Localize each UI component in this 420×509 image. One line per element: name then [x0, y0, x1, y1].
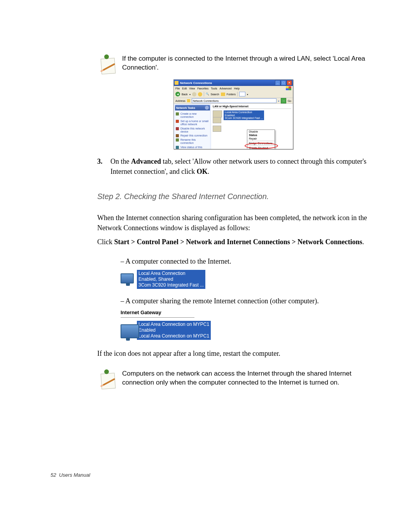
page-number: 52 [51, 472, 56, 478]
content-area: LAN or High-Speed Internet Local Area Co… [211, 104, 293, 149]
back-button-icon[interactable]: ◄ [175, 92, 180, 96]
context-menu: Disable Status Repair Bridge Connections… [247, 129, 275, 149]
connection-thumb[interactable] [213, 126, 221, 132]
note-text: If the computer is connected to the Inte… [122, 54, 369, 75]
go-button-icon[interactable]: → [281, 98, 286, 103]
views-button-icon[interactable] [239, 92, 245, 96]
connection-icon-shared: Local Area Connection Enabled, Shared 3C… [121, 270, 369, 289]
ctx-repair[interactable]: Repair [247, 137, 275, 140]
connection-device: 3Com 3C920 Integrated Fast ... [225, 117, 263, 120]
address-icon [187, 99, 190, 102]
note-text: Computers on the network can access the … [122, 369, 369, 390]
tasks-panel: Network Tasks Create a new connection Se… [174, 104, 211, 149]
toolbar: ◄ Back ▾ 🔍 Search Folders ▾ [174, 91, 293, 98]
menu-advanced[interactable]: Advanced [220, 87, 232, 90]
back-button-label[interactable]: Back [182, 93, 188, 96]
up-button-icon[interactable] [198, 92, 202, 96]
windows-logo-icon [286, 86, 291, 90]
menu-tools[interactable]: Tools [211, 87, 217, 90]
search-label[interactable]: Search [211, 93, 219, 96]
search-icon[interactable]: 🔍 [206, 93, 209, 96]
ctx-bridge[interactable]: Bridge Connections [247, 142, 275, 145]
window-icon [175, 81, 178, 85]
go-button-label[interactable]: Go [288, 100, 291, 102]
task-create-connection[interactable]: Create a new connection [176, 112, 209, 119]
paragraph: When the Internet connection sharing con… [97, 213, 369, 233]
lac-line: 3Com 3C920 Integrated Fast ... [138, 282, 204, 288]
task-setup-network[interactable]: Set up a home or small office network [176, 119, 209, 127]
page-footer: 52 Users Manual [51, 472, 90, 478]
connection-name: Local Area Connection [225, 111, 263, 114]
lac-line: Local Area Connection on MYPC1 [138, 333, 209, 339]
task-repair[interactable]: Repair this connection [176, 134, 209, 138]
ctx-disable[interactable]: Disable [247, 130, 275, 133]
connection-status: Enabled [225, 114, 263, 117]
task-rename[interactable]: Rename this connection [176, 138, 209, 145]
paragraph: Click Start > Control Panel > Network an… [97, 237, 369, 247]
menu-view[interactable]: View [189, 87, 195, 90]
section-heading: Step 2. Checking the Shared Internet Con… [97, 192, 369, 201]
task-view-status[interactable]: View status of this connection [176, 145, 209, 149]
close-icon[interactable]: × [287, 80, 292, 86]
note-icon [97, 369, 116, 390]
step-number: 3. [97, 156, 110, 177]
manual-page: If the computer is connected to the Inte… [0, 0, 420, 509]
window-titlebar: Network Connections _ □ × [174, 80, 293, 86]
window-title: Network Connections [180, 81, 212, 85]
section-header: LAN or High-Speed Internet [213, 105, 291, 109]
menu-favorites[interactable]: Favorites [197, 87, 208, 90]
bullet-text: – A computer sharing the remote Internet… [121, 296, 369, 306]
menu-file[interactable]: File [175, 87, 180, 90]
ctx-status[interactable]: Status [247, 133, 275, 137]
note-icon [97, 54, 116, 75]
lac-line: Enabled [138, 327, 209, 333]
connection-item[interactable]: Local Area Connection Enabled 3Com 3C920… [213, 110, 291, 120]
connection-thumb[interactable] [213, 117, 221, 123]
address-bar: Address ▾ → Go [174, 98, 293, 104]
menubar: File Edit View Favorites Tools Advanced … [174, 86, 293, 91]
connection-icon [213, 110, 222, 117]
minimize-icon[interactable]: _ [275, 80, 280, 86]
footer-title: Users Manual [59, 472, 90, 478]
tasks-panel-title: Network Tasks [176, 107, 195, 109]
bullet-text: – A computer connected to the Internet. [121, 256, 369, 266]
menu-help[interactable]: Help [234, 87, 240, 90]
address-label: Address [175, 100, 186, 102]
lac-line: Enabled, Shared [138, 276, 204, 282]
address-input[interactable] [192, 98, 276, 103]
note-block-2: Computers on the network can access the … [97, 369, 369, 390]
connection-icon-gateway: Local Area Connection on MYPC1 Enabled L… [121, 321, 369, 340]
collapse-icon[interactable] [205, 106, 209, 110]
step-3: 3. On the Advanced tab, select 'Allow ot… [97, 156, 369, 177]
lac-line: Local Area Connection on MYPC1 [138, 322, 209, 327]
gateway-section-title: Internet Gateway [121, 309, 194, 318]
folders-icon[interactable] [221, 93, 225, 96]
maximize-icon[interactable]: □ [281, 80, 286, 86]
forward-button-icon[interactable] [192, 92, 196, 96]
network-connections-screenshot: Network Connections _ □ × File Edit View… [173, 79, 293, 149]
lac-line: Local Area Connection [138, 271, 204, 276]
monitor-icon [121, 273, 135, 285]
monitor-icon [121, 324, 135, 336]
paragraph: If the icon does not appear after a long… [97, 348, 369, 359]
folders-label[interactable]: Folders [227, 93, 236, 96]
note-block-1: If the computer is connected to the Inte… [97, 54, 369, 75]
menu-edit[interactable]: Edit [182, 87, 187, 90]
task-disable-device[interactable]: Disable this network device [176, 127, 209, 134]
ctx-shortcut[interactable]: Create Shortcut [247, 146, 275, 149]
